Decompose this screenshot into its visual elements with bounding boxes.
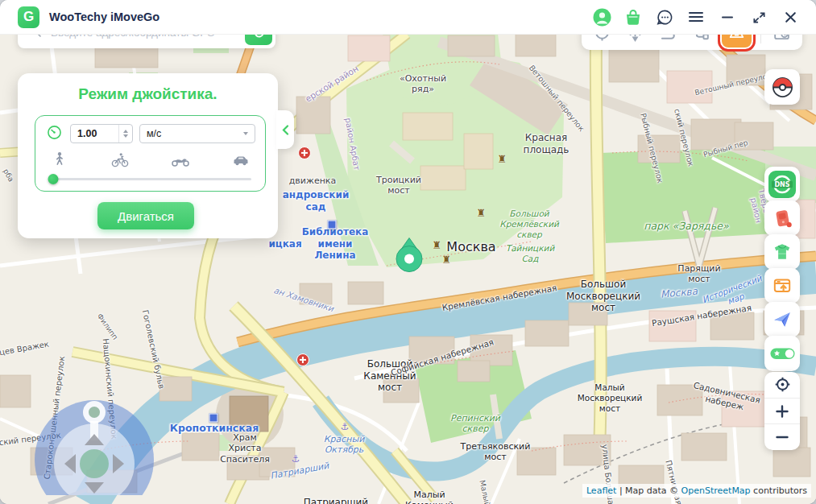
- speed-stepper[interactable]: [118, 125, 132, 143]
- paper-plane-icon: [772, 309, 793, 330]
- leaflet-link[interactable]: Leaflet: [586, 485, 616, 496]
- speed-settings-box: м/с: [35, 115, 266, 192]
- slider-track[interactable]: [49, 178, 251, 180]
- slider-knob[interactable]: [48, 174, 59, 184]
- stepper-up-icon[interactable]: [123, 130, 128, 133]
- avatar[interactable]: [592, 7, 611, 27]
- store-bag-icon[interactable]: [623, 7, 643, 27]
- svg-text:DNS: DNS: [774, 181, 789, 188]
- tshirt-button[interactable]: [764, 234, 800, 270]
- speedometer-icon: [47, 125, 62, 143]
- speed-input[interactable]: [71, 127, 116, 140]
- joystick-control[interactable]: [26, 358, 163, 495]
- app-logo: G: [18, 6, 39, 28]
- chat-bubble-icon[interactable]: [655, 7, 674, 27]
- zoom-out-button[interactable]: [764, 423, 800, 450]
- cooldown-toggle-button[interactable]: [764, 336, 800, 371]
- move-button[interactable]: Двигаться: [97, 202, 194, 229]
- minimize-button[interactable]: [718, 7, 737, 27]
- cooldown-toggle-icon: [769, 344, 796, 363]
- pokeball-icon: [772, 76, 793, 98]
- speed-unit-value: м/с: [147, 128, 161, 139]
- locate-button[interactable]: [764, 372, 800, 398]
- panel-collapse-tab[interactable]: [276, 110, 294, 149]
- chevron-down-icon: [243, 132, 248, 135]
- app-title: WooTechy iMoveGo: [49, 10, 159, 23]
- speed-input-wrap: [70, 124, 133, 143]
- browser-upload-button[interactable]: [764, 268, 800, 304]
- locate-icon: [773, 375, 792, 394]
- dns-shield-icon: DNS: [768, 171, 796, 198]
- maximize-button[interactable]: [749, 7, 768, 27]
- speed-unit-select[interactable]: м/с: [139, 124, 255, 143]
- speed-slider[interactable]: [49, 173, 251, 184]
- motorcycle-speed-icon[interactable]: [171, 151, 190, 167]
- attribution-text: | Map data ©: [616, 485, 681, 496]
- osm-link[interactable]: OpenStreetMap: [681, 485, 751, 496]
- bicycle-speed-icon[interactable]: [110, 151, 130, 167]
- attribution-suffix: contributors: [751, 485, 807, 496]
- map-attribution: Leaflet | Map data © OpenStreetMap contr…: [582, 484, 811, 498]
- current-location-pin: [395, 237, 424, 274]
- pokeball-button[interactable]: [764, 69, 800, 105]
- browser-upload-icon: [772, 275, 793, 296]
- close-button[interactable]: [781, 7, 800, 27]
- panel-title: Режим джойстика.: [18, 85, 278, 103]
- plus-icon: [775, 404, 789, 419]
- joystick-mode-panel: Режим джойстика. м/с: [18, 73, 278, 238]
- minus-icon: [775, 430, 789, 444]
- tshirt-icon: [772, 242, 793, 262]
- chevron-left-icon: [282, 125, 289, 135]
- map-zoom-controls: [764, 372, 800, 450]
- hamburger-menu-icon[interactable]: [686, 7, 706, 27]
- zoom-in-button[interactable]: [764, 398, 800, 424]
- paper-plane-button[interactable]: [764, 302, 800, 337]
- title-bar: G WooTechy iMoveGo: [0, 0, 816, 35]
- walk-speed-icon[interactable]: [50, 151, 69, 167]
- app-window: «Охотный ряд»Красная площадьТроицкий мос…: [0, 0, 816, 504]
- car-speed-icon[interactable]: [231, 151, 251, 167]
- game-device-icon: [772, 208, 793, 229]
- dns-button[interactable]: DNS: [764, 167, 800, 202]
- game-device-button[interactable]: [764, 200, 800, 236]
- stepper-down-icon[interactable]: [123, 134, 128, 138]
